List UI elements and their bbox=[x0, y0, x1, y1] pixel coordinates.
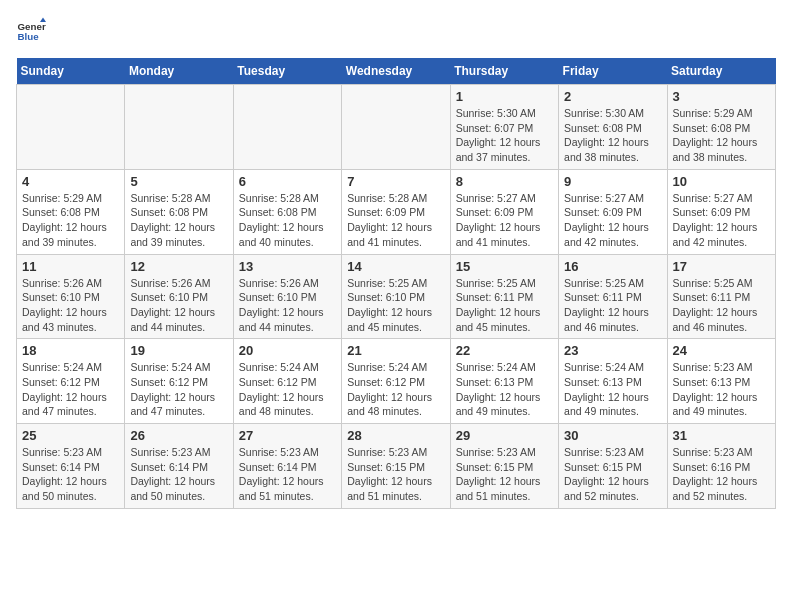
weekday-header-wednesday: Wednesday bbox=[342, 58, 450, 85]
day-info: Sunrise: 5:25 AMSunset: 6:10 PMDaylight:… bbox=[347, 276, 444, 335]
svg-text:Blue: Blue bbox=[18, 31, 40, 42]
day-number: 28 bbox=[347, 428, 444, 443]
day-number: 18 bbox=[22, 343, 119, 358]
day-info: Sunrise: 5:25 AMSunset: 6:11 PMDaylight:… bbox=[673, 276, 770, 335]
day-info: Sunrise: 5:27 AMSunset: 6:09 PMDaylight:… bbox=[673, 191, 770, 250]
day-number: 17 bbox=[673, 259, 770, 274]
calendar-week-2: 4Sunrise: 5:29 AMSunset: 6:08 PMDaylight… bbox=[17, 169, 776, 254]
calendar-cell: 23Sunrise: 5:24 AMSunset: 6:13 PMDayligh… bbox=[559, 339, 667, 424]
day-info: Sunrise: 5:24 AMSunset: 6:13 PMDaylight:… bbox=[564, 360, 661, 419]
day-number: 15 bbox=[456, 259, 553, 274]
calendar-cell: 11Sunrise: 5:26 AMSunset: 6:10 PMDayligh… bbox=[17, 254, 125, 339]
day-info: Sunrise: 5:26 AMSunset: 6:10 PMDaylight:… bbox=[239, 276, 336, 335]
day-number: 30 bbox=[564, 428, 661, 443]
day-number: 27 bbox=[239, 428, 336, 443]
day-info: Sunrise: 5:23 AMSunset: 6:16 PMDaylight:… bbox=[673, 445, 770, 504]
calendar-cell: 1Sunrise: 5:30 AMSunset: 6:07 PMDaylight… bbox=[450, 85, 558, 170]
day-number: 19 bbox=[130, 343, 227, 358]
day-number: 2 bbox=[564, 89, 661, 104]
day-info: Sunrise: 5:23 AMSunset: 6:15 PMDaylight:… bbox=[564, 445, 661, 504]
page-header: General Blue bbox=[16, 16, 776, 46]
calendar-cell: 2Sunrise: 5:30 AMSunset: 6:08 PMDaylight… bbox=[559, 85, 667, 170]
day-info: Sunrise: 5:28 AMSunset: 6:08 PMDaylight:… bbox=[130, 191, 227, 250]
day-number: 3 bbox=[673, 89, 770, 104]
day-number: 5 bbox=[130, 174, 227, 189]
day-info: Sunrise: 5:23 AMSunset: 6:14 PMDaylight:… bbox=[239, 445, 336, 504]
svg-marker-2 bbox=[40, 18, 46, 23]
weekday-header-sunday: Sunday bbox=[17, 58, 125, 85]
day-info: Sunrise: 5:24 AMSunset: 6:12 PMDaylight:… bbox=[22, 360, 119, 419]
weekday-header-row: SundayMondayTuesdayWednesdayThursdayFrid… bbox=[17, 58, 776, 85]
calendar-table: SundayMondayTuesdayWednesdayThursdayFrid… bbox=[16, 58, 776, 509]
weekday-header-monday: Monday bbox=[125, 58, 233, 85]
logo: General Blue bbox=[16, 16, 46, 46]
day-info: Sunrise: 5:30 AMSunset: 6:07 PMDaylight:… bbox=[456, 106, 553, 165]
weekday-header-saturday: Saturday bbox=[667, 58, 775, 85]
day-number: 22 bbox=[456, 343, 553, 358]
day-info: Sunrise: 5:23 AMSunset: 6:15 PMDaylight:… bbox=[347, 445, 444, 504]
logo-icon: General Blue bbox=[16, 16, 46, 46]
day-info: Sunrise: 5:23 AMSunset: 6:13 PMDaylight:… bbox=[673, 360, 770, 419]
day-info: Sunrise: 5:23 AMSunset: 6:15 PMDaylight:… bbox=[456, 445, 553, 504]
day-info: Sunrise: 5:24 AMSunset: 6:12 PMDaylight:… bbox=[239, 360, 336, 419]
day-number: 21 bbox=[347, 343, 444, 358]
calendar-cell: 3Sunrise: 5:29 AMSunset: 6:08 PMDaylight… bbox=[667, 85, 775, 170]
day-info: Sunrise: 5:29 AMSunset: 6:08 PMDaylight:… bbox=[22, 191, 119, 250]
calendar-cell: 24Sunrise: 5:23 AMSunset: 6:13 PMDayligh… bbox=[667, 339, 775, 424]
calendar-cell: 20Sunrise: 5:24 AMSunset: 6:12 PMDayligh… bbox=[233, 339, 341, 424]
calendar-cell: 19Sunrise: 5:24 AMSunset: 6:12 PMDayligh… bbox=[125, 339, 233, 424]
calendar-cell: 10Sunrise: 5:27 AMSunset: 6:09 PMDayligh… bbox=[667, 169, 775, 254]
calendar-cell: 12Sunrise: 5:26 AMSunset: 6:10 PMDayligh… bbox=[125, 254, 233, 339]
calendar-cell: 16Sunrise: 5:25 AMSunset: 6:11 PMDayligh… bbox=[559, 254, 667, 339]
calendar-cell: 13Sunrise: 5:26 AMSunset: 6:10 PMDayligh… bbox=[233, 254, 341, 339]
calendar-cell: 29Sunrise: 5:23 AMSunset: 6:15 PMDayligh… bbox=[450, 424, 558, 509]
day-info: Sunrise: 5:25 AMSunset: 6:11 PMDaylight:… bbox=[564, 276, 661, 335]
day-number: 16 bbox=[564, 259, 661, 274]
calendar-cell: 7Sunrise: 5:28 AMSunset: 6:09 PMDaylight… bbox=[342, 169, 450, 254]
calendar-cell: 27Sunrise: 5:23 AMSunset: 6:14 PMDayligh… bbox=[233, 424, 341, 509]
day-number: 6 bbox=[239, 174, 336, 189]
calendar-cell: 18Sunrise: 5:24 AMSunset: 6:12 PMDayligh… bbox=[17, 339, 125, 424]
day-info: Sunrise: 5:23 AMSunset: 6:14 PMDaylight:… bbox=[22, 445, 119, 504]
calendar-cell: 6Sunrise: 5:28 AMSunset: 6:08 PMDaylight… bbox=[233, 169, 341, 254]
calendar-cell bbox=[342, 85, 450, 170]
day-number: 12 bbox=[130, 259, 227, 274]
day-number: 13 bbox=[239, 259, 336, 274]
calendar-cell bbox=[125, 85, 233, 170]
weekday-header-tuesday: Tuesday bbox=[233, 58, 341, 85]
day-number: 8 bbox=[456, 174, 553, 189]
weekday-header-thursday: Thursday bbox=[450, 58, 558, 85]
day-number: 10 bbox=[673, 174, 770, 189]
day-number: 14 bbox=[347, 259, 444, 274]
calendar-week-5: 25Sunrise: 5:23 AMSunset: 6:14 PMDayligh… bbox=[17, 424, 776, 509]
calendar-cell bbox=[233, 85, 341, 170]
day-number: 1 bbox=[456, 89, 553, 104]
svg-text:General: General bbox=[18, 21, 47, 32]
day-number: 24 bbox=[673, 343, 770, 358]
day-info: Sunrise: 5:30 AMSunset: 6:08 PMDaylight:… bbox=[564, 106, 661, 165]
day-info: Sunrise: 5:23 AMSunset: 6:14 PMDaylight:… bbox=[130, 445, 227, 504]
day-info: Sunrise: 5:26 AMSunset: 6:10 PMDaylight:… bbox=[22, 276, 119, 335]
calendar-week-1: 1Sunrise: 5:30 AMSunset: 6:07 PMDaylight… bbox=[17, 85, 776, 170]
day-number: 25 bbox=[22, 428, 119, 443]
calendar-cell bbox=[17, 85, 125, 170]
calendar-cell: 26Sunrise: 5:23 AMSunset: 6:14 PMDayligh… bbox=[125, 424, 233, 509]
day-number: 7 bbox=[347, 174, 444, 189]
calendar-cell: 22Sunrise: 5:24 AMSunset: 6:13 PMDayligh… bbox=[450, 339, 558, 424]
day-number: 4 bbox=[22, 174, 119, 189]
day-info: Sunrise: 5:29 AMSunset: 6:08 PMDaylight:… bbox=[673, 106, 770, 165]
day-info: Sunrise: 5:24 AMSunset: 6:13 PMDaylight:… bbox=[456, 360, 553, 419]
calendar-cell: 30Sunrise: 5:23 AMSunset: 6:15 PMDayligh… bbox=[559, 424, 667, 509]
day-info: Sunrise: 5:26 AMSunset: 6:10 PMDaylight:… bbox=[130, 276, 227, 335]
day-number: 20 bbox=[239, 343, 336, 358]
calendar-cell: 9Sunrise: 5:27 AMSunset: 6:09 PMDaylight… bbox=[559, 169, 667, 254]
calendar-week-3: 11Sunrise: 5:26 AMSunset: 6:10 PMDayligh… bbox=[17, 254, 776, 339]
weekday-header-friday: Friday bbox=[559, 58, 667, 85]
calendar-cell: 5Sunrise: 5:28 AMSunset: 6:08 PMDaylight… bbox=[125, 169, 233, 254]
calendar-cell: 31Sunrise: 5:23 AMSunset: 6:16 PMDayligh… bbox=[667, 424, 775, 509]
day-number: 31 bbox=[673, 428, 770, 443]
day-number: 29 bbox=[456, 428, 553, 443]
calendar-cell: 14Sunrise: 5:25 AMSunset: 6:10 PMDayligh… bbox=[342, 254, 450, 339]
day-number: 11 bbox=[22, 259, 119, 274]
day-number: 23 bbox=[564, 343, 661, 358]
